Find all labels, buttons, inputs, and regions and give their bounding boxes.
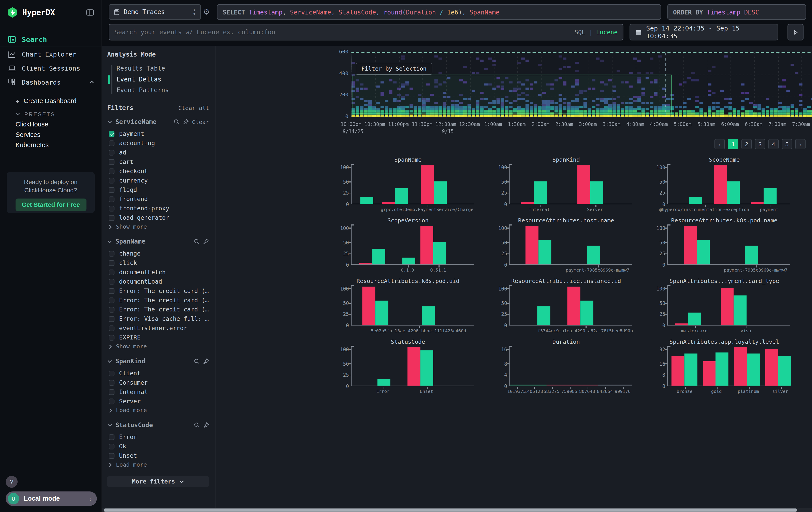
pin-icon[interactable]	[203, 238, 209, 245]
bar-inlier[interactable]	[533, 182, 547, 204]
checkbox[interactable]	[109, 443, 115, 449]
checkbox[interactable]	[109, 297, 115, 303]
search-icon[interactable]	[173, 119, 180, 125]
bar-inlier[interactable]	[587, 246, 600, 264]
sidebar-item-client-sessions[interactable]: Client Sessions	[0, 61, 102, 75]
filter-checkbox-row[interactable]: Unset	[107, 451, 209, 460]
sql-mode-button[interactable]: SQL	[575, 28, 585, 36]
page-next-button[interactable]: ›	[795, 139, 806, 150]
sidebar-collapse-icon[interactable]	[86, 9, 94, 16]
checkbox[interactable]	[109, 131, 115, 137]
bar-inlier[interactable]	[747, 353, 760, 386]
bar-outlier[interactable]	[671, 356, 685, 386]
page-prev-button[interactable]: ‹	[715, 139, 725, 150]
bar-outlier[interactable]	[765, 349, 778, 386]
show-more-button[interactable]: Show more	[107, 222, 209, 231]
bar-outlier[interactable]	[382, 203, 395, 204]
bar-inlier[interactable]	[590, 182, 603, 204]
bar-outlier[interactable]	[714, 166, 727, 204]
bar-outlier[interactable]	[407, 348, 420, 385]
chevron-down-icon[interactable]	[107, 359, 112, 363]
analysis-option-results-table[interactable]: Results Table	[117, 63, 209, 74]
checkbox[interactable]	[109, 279, 115, 285]
run-query-button[interactable]	[787, 24, 804, 41]
show-more-button[interactable]: Show more	[107, 342, 209, 351]
checkbox[interactable]	[109, 206, 115, 211]
help-button[interactable]: ?	[6, 476, 18, 488]
bar-inlier[interactable]	[434, 182, 447, 204]
chevron-down-icon[interactable]	[107, 240, 112, 243]
page-button-1[interactable]: 1	[728, 139, 738, 150]
bar-inlier[interactable]	[360, 197, 373, 204]
bar-outlier[interactable]	[751, 203, 763, 204]
filter-by-selection-button[interactable]: Filter by Selection	[356, 63, 432, 75]
checkbox[interactable]	[109, 316, 115, 322]
bar-inlier[interactable]	[422, 306, 435, 325]
bar-inlier[interactable]	[685, 353, 697, 386]
load-more-button[interactable]: Load more	[107, 406, 209, 415]
scrollbar-thumb[interactable]	[104, 508, 797, 512]
search-icon[interactable]	[194, 358, 200, 365]
load-more-button[interactable]: Load more	[107, 460, 209, 469]
filter-checkbox-row[interactable]: ad	[107, 148, 209, 157]
bar-inlier[interactable]	[733, 295, 746, 325]
filter-checkbox-row[interactable]: frontend	[107, 194, 209, 204]
sidebar-link-kubernetes[interactable]: Kubernetes	[0, 140, 102, 151]
clear-all-button[interactable]: Clear all	[178, 104, 209, 111]
bar-inlier[interactable]	[688, 313, 701, 325]
checkbox[interactable]	[109, 389, 115, 395]
order-by-input[interactable]: ORDER BY Timestamp DESC	[667, 4, 806, 20]
bar-outlier[interactable]	[521, 203, 533, 204]
bar-outlier[interactable]	[675, 324, 688, 325]
bar-inlier[interactable]	[420, 350, 433, 386]
bar-inlier[interactable]	[697, 240, 709, 264]
filter-checkbox-row[interactable]: Ok	[107, 442, 209, 451]
filter-checkbox-row[interactable]: load-generator	[107, 213, 209, 222]
page-button-5[interactable]: 5	[782, 139, 792, 150]
filter-checkbox-row[interactable]: Error: The credit card (…	[107, 286, 209, 295]
filter-section-title[interactable]: StatusCode	[115, 422, 153, 429]
filter-section-title[interactable]: SpanName	[115, 238, 145, 245]
bar-inlier[interactable]	[376, 301, 388, 325]
filter-checkbox-row[interactable]: Error: Visa cache full: …	[107, 314, 209, 323]
sidebar-link-services[interactable]: Services	[0, 130, 102, 140]
checkbox[interactable]	[109, 178, 115, 183]
checkbox[interactable]	[109, 380, 115, 385]
bar-inlier[interactable]	[372, 249, 385, 264]
filter-section-title[interactable]: SpanKind	[115, 358, 145, 365]
create-dashboard-button[interactable]: + Create Dashboard	[0, 95, 102, 107]
filter-checkbox-row[interactable]: Error: The credit card (…	[107, 305, 209, 314]
chevron-down-icon[interactable]	[107, 423, 112, 427]
get-started-button[interactable]: Get Started for Free	[15, 198, 86, 211]
filter-checkbox-row[interactable]: currency	[107, 176, 209, 185]
bar-outlier[interactable]	[420, 226, 433, 264]
checkbox[interactable]	[109, 187, 115, 193]
filter-checkbox-row[interactable]: documentLoad	[107, 277, 209, 286]
checkbox[interactable]	[109, 334, 115, 340]
checkbox[interactable]	[109, 159, 115, 165]
bar-outlier[interactable]	[362, 287, 376, 325]
bar-outlier[interactable]	[526, 226, 539, 264]
bar-inlier[interactable]	[727, 182, 740, 204]
bar-inlier[interactable]	[745, 246, 758, 264]
checkbox[interactable]	[109, 269, 115, 275]
filter-checkbox-row[interactable]: checkout	[107, 166, 209, 176]
checkbox[interactable]	[109, 150, 115, 155]
checkbox[interactable]	[109, 288, 115, 294]
sidebar-item-search[interactable]: Search	[0, 32, 102, 47]
analysis-option-event-deltas[interactable]: Event Deltas	[117, 74, 209, 85]
filter-checkbox-row[interactable]: flagd	[107, 185, 209, 194]
bar-inlier[interactable]	[580, 301, 593, 325]
bar-outlier[interactable]	[684, 226, 697, 264]
search-input[interactable]: Search your events w/ Lucene ex. column:…	[109, 24, 624, 41]
bar-inlier[interactable]	[539, 240, 551, 264]
filter-checkbox-row[interactable]: Consumer	[107, 378, 209, 387]
checkbox[interactable]	[109, 325, 115, 331]
filter-checkbox-row[interactable]: payment	[107, 129, 209, 138]
filter-checkbox-row[interactable]: change	[107, 249, 209, 258]
filter-checkbox-row[interactable]: frontend-proxy	[107, 204, 209, 213]
bar-inlier[interactable]	[377, 379, 390, 385]
bar-inlier[interactable]	[433, 242, 446, 264]
bar-inlier[interactable]	[395, 188, 408, 204]
checkbox[interactable]	[109, 196, 115, 202]
